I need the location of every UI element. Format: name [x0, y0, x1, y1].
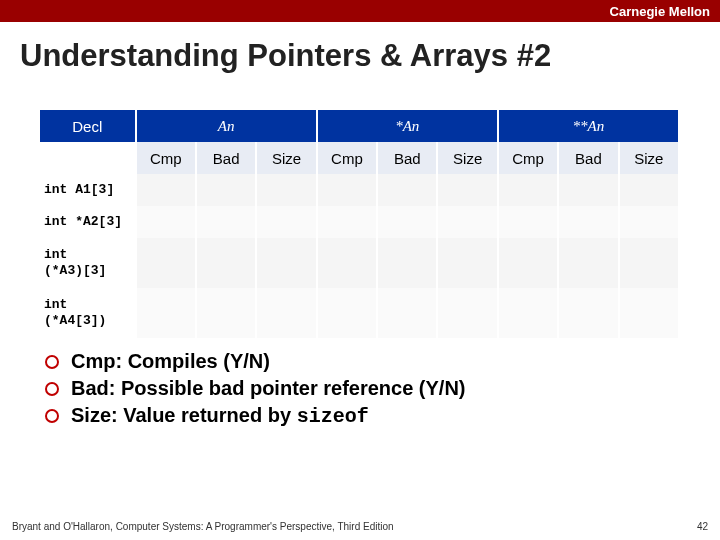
top-brand-bar: Carnegie Mellon — [0, 0, 720, 22]
data-cell — [437, 206, 497, 238]
data-cell — [317, 238, 377, 288]
sub-bad-2: Bad — [558, 142, 618, 174]
sub-size-0: Size — [256, 142, 316, 174]
data-cell — [437, 174, 497, 206]
data-cell — [558, 238, 618, 288]
legend-item: Bad: Possible bad pointer reference (Y/N… — [45, 377, 466, 400]
data-cell — [558, 206, 618, 238]
decl-cell: int(*A3)[3] — [40, 238, 136, 288]
data-cell — [377, 238, 437, 288]
data-cell — [437, 288, 497, 338]
table-row: int(*A3)[3] — [40, 238, 679, 288]
data-cell — [196, 206, 256, 238]
data-cell — [498, 238, 558, 288]
data-cell — [256, 288, 316, 338]
footer-right: 42 — [697, 521, 708, 532]
data-cell — [437, 238, 497, 288]
sub-size-2: Size — [619, 142, 679, 174]
legend-text: Bad: Possible bad pointer reference (Y/N… — [71, 377, 466, 400]
sub-bad-0: Bad — [196, 142, 256, 174]
data-cell — [256, 206, 316, 238]
data-cell — [196, 288, 256, 338]
bullet-icon — [45, 355, 59, 369]
data-cell — [558, 288, 618, 338]
data-cell — [498, 206, 558, 238]
sub-cmp-0: Cmp — [136, 142, 196, 174]
data-cell — [317, 206, 377, 238]
data-cell — [498, 174, 558, 206]
legend-text: Size: Value returned by sizeof — [71, 404, 369, 428]
data-cell — [619, 238, 679, 288]
table-row: int *A2[3] — [40, 206, 679, 238]
bullet-icon — [45, 382, 59, 396]
data-cell — [256, 174, 316, 206]
table-row: int(*A4[3]) — [40, 288, 679, 338]
sub-cmp-2: Cmp — [498, 142, 558, 174]
header-group-0: An — [136, 110, 317, 142]
data-cell — [619, 288, 679, 338]
data-cell — [619, 174, 679, 206]
decl-cell: int *A2[3] — [40, 206, 136, 238]
data-cell — [377, 288, 437, 338]
data-cell — [136, 238, 196, 288]
pointer-table: Decl An *An **An Cmp Bad Size Cmp Bad Si… — [40, 110, 710, 338]
legend-text: Cmp: Compiles (Y/N) — [71, 350, 270, 373]
header-group-1: *An — [317, 110, 498, 142]
data-cell — [256, 238, 316, 288]
decl-cell: int A1[3] — [40, 174, 136, 206]
bullet-icon — [45, 409, 59, 423]
legend-item: Size: Value returned by sizeof — [45, 404, 466, 428]
legend-item: Cmp: Compiles (Y/N) — [45, 350, 466, 373]
header-empty — [40, 142, 136, 174]
page-title: Understanding Pointers & Arrays #2 — [20, 38, 551, 74]
legend: Cmp: Compiles (Y/N)Bad: Possible bad poi… — [45, 350, 466, 432]
data-cell — [317, 288, 377, 338]
footer-left: Bryant and O'Hallaron, Computer Systems:… — [12, 521, 394, 532]
data-cell — [498, 288, 558, 338]
data-cell — [136, 206, 196, 238]
data-cell — [196, 238, 256, 288]
data-cell — [196, 174, 256, 206]
data-cell — [136, 288, 196, 338]
data-cell — [558, 174, 618, 206]
data-cell — [619, 206, 679, 238]
data-cell — [136, 174, 196, 206]
brand-text: Carnegie Mellon — [610, 4, 710, 19]
table-header-sub: Cmp Bad Size Cmp Bad Size Cmp Bad Size — [40, 142, 679, 174]
data-cell — [317, 174, 377, 206]
table-header-groups: Decl An *An **An — [40, 110, 679, 142]
table-row: int A1[3] — [40, 174, 679, 206]
header-decl: Decl — [40, 110, 136, 142]
sub-size-1: Size — [437, 142, 497, 174]
data-cell — [377, 174, 437, 206]
data-cell — [377, 206, 437, 238]
header-group-2: **An — [498, 110, 679, 142]
decl-cell: int(*A4[3]) — [40, 288, 136, 338]
footer: Bryant and O'Hallaron, Computer Systems:… — [12, 521, 708, 532]
sub-cmp-1: Cmp — [317, 142, 377, 174]
sub-bad-1: Bad — [377, 142, 437, 174]
